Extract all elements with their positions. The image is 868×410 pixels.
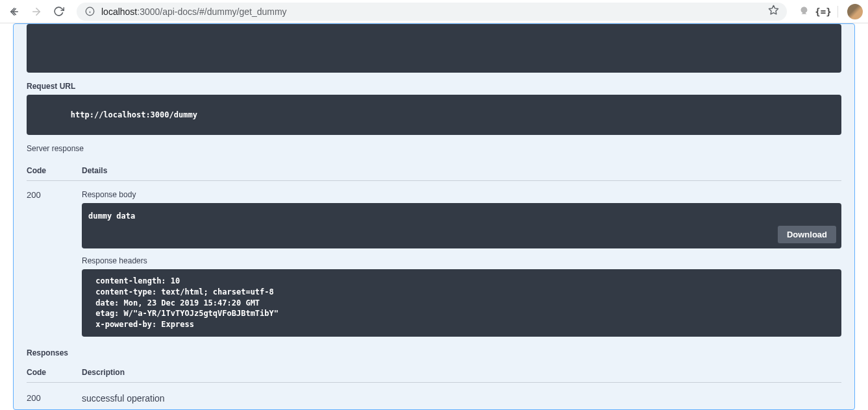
server-response-table-header: Code Details: [27, 160, 841, 181]
response-headers-label: Response headers: [82, 256, 841, 265]
back-button[interactable]: [5, 3, 23, 21]
server-response-row: 200 Response body dummy data Download Re…: [27, 181, 841, 339]
response-body-block: dummy data Download: [82, 203, 841, 248]
page-content: Request URL http://localhost:3000/dummy …: [0, 23, 868, 410]
swagger-operation-panel: Request URL http://localhost:3000/dummy …: [13, 23, 855, 410]
response-body-label: Response body: [82, 190, 841, 199]
extension-icon-1[interactable]: [796, 4, 812, 19]
forward-button[interactable]: [27, 3, 45, 21]
server-response-label: Server response: [27, 144, 841, 153]
responses-row: 200 successful operation: [27, 383, 841, 410]
request-url-block: http://localhost:3000/dummy: [27, 95, 841, 135]
responses-description: successful operation: [82, 393, 165, 404]
browser-toolbar: localhost:3000/api-docs/#/dummy/get_dumm…: [0, 0, 868, 23]
curl-block: [27, 24, 841, 73]
url-text: localhost:3000/api-docs/#/dummy/get_dumm…: [101, 6, 762, 17]
responses-table-header: Code Description: [27, 361, 841, 383]
responses-label: Responses: [27, 348, 841, 357]
response-body-text: dummy data: [88, 211, 135, 221]
responses-description-header: Description: [82, 368, 841, 377]
toolbar-divider: [837, 6, 838, 18]
request-url-value: http://localhost:3000/dummy: [71, 110, 197, 119]
address-bar[interactable]: localhost:3000/api-docs/#/dummy/get_dumm…: [77, 3, 787, 21]
response-headers-text: content-length: 10 content-type: text/ht…: [91, 276, 283, 329]
extension-icon-2[interactable]: {=}: [815, 4, 831, 19]
request-url-label: Request URL: [27, 82, 841, 91]
profile-avatar[interactable]: [847, 4, 863, 19]
site-info-icon[interactable]: [84, 6, 95, 17]
bookmark-star-icon[interactable]: [768, 5, 779, 18]
responses-code-header: Code: [27, 368, 82, 377]
response-status-code: 200: [27, 190, 82, 337]
code-column-header: Code: [27, 166, 82, 175]
responses-code: 200: [27, 393, 82, 404]
download-button[interactable]: Download: [778, 226, 836, 243]
svg-marker-6: [769, 5, 778, 14]
response-headers-block: content-length: 10 content-type: text/ht…: [82, 269, 841, 337]
details-column-header: Details: [82, 166, 841, 175]
reload-button[interactable]: [49, 3, 68, 21]
